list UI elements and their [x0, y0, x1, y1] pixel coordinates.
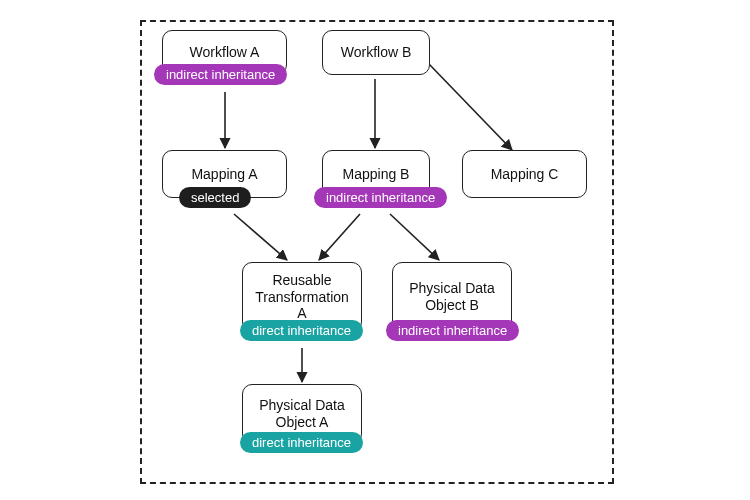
badge-mapping-a: selected — [179, 187, 251, 208]
node-label: Mapping A — [191, 166, 257, 183]
node-label: Workflow B — [341, 44, 412, 61]
badge-workflow-a: indirect inheritance — [154, 64, 287, 85]
diagram-frame: Workflow A indirect inheritance Workflow… — [140, 20, 614, 484]
node-label: Mapping B — [343, 166, 410, 183]
node-label: Workflow A — [190, 44, 260, 61]
node-workflow-b: Workflow B — [322, 30, 430, 75]
svg-line-4 — [319, 214, 360, 260]
node-mapping-c: Mapping C — [462, 150, 587, 198]
node-label: Mapping C — [491, 166, 559, 183]
svg-line-2 — [429, 64, 512, 150]
badge-physical-data-object-b: indirect inheritance — [386, 320, 519, 341]
svg-line-5 — [390, 214, 439, 260]
node-label: Physical Data Object A — [249, 397, 355, 431]
svg-line-3 — [234, 214, 287, 260]
node-label: Physical Data Object B — [399, 280, 505, 314]
badge-mapping-b: indirect inheritance — [314, 187, 447, 208]
badge-reusable-transformation-a: direct inheritance — [240, 320, 363, 341]
node-label: Reusable Transformation A — [249, 272, 355, 322]
diagram-edges — [142, 22, 612, 482]
badge-physical-data-object-a: direct inheritance — [240, 432, 363, 453]
